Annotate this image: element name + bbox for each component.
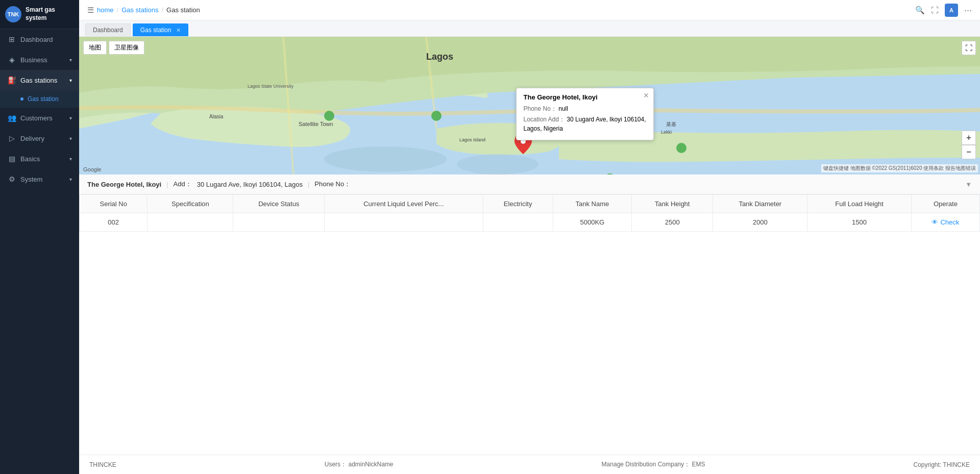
station-expand-btn[interactable]: ▼	[965, 181, 972, 188]
footer-manage-value: EMS	[692, 461, 705, 468]
breadcrumb-home[interactable]: home	[97, 6, 114, 14]
expand-icon[interactable]: ⋯	[964, 6, 972, 15]
cell-full-load-height: 1500	[807, 213, 912, 232]
footer-users: Users： adminNickName	[325, 460, 394, 469]
station-sep1: |	[166, 181, 168, 188]
svg-text:Lagos: Lagos	[426, 52, 453, 62]
basics-icon: ▤	[7, 155, 16, 163]
svg-point-15	[676, 143, 687, 153]
col-device-status: Device Status	[233, 195, 325, 213]
station-phone-label: Phone No：	[314, 180, 351, 189]
breadcrumb-gas-stations[interactable]: Gas stations	[121, 6, 158, 14]
svg-text:菜基: 菜基	[666, 121, 676, 127]
sidebar-item-system[interactable]: ⚙ System ▾	[0, 169, 79, 189]
svg-point-13	[324, 111, 334, 121]
map-type-map-btn[interactable]: 地图	[83, 41, 107, 55]
cell-specification	[148, 213, 233, 232]
customers-arrow: ▾	[69, 115, 72, 121]
popup-close-btn[interactable]: ✕	[643, 91, 649, 99]
tabs-bar: Dashboard Gas station ✕	[79, 20, 980, 37]
sidebar-label-system: System	[20, 176, 42, 183]
basics-arrow: ▾	[69, 156, 72, 162]
breadcrumb-current: Gas station	[166, 6, 200, 14]
customers-icon: 👥	[7, 114, 16, 122]
tab-close-icon[interactable]: ✕	[176, 27, 181, 33]
table-header-row: Serial No Specification Device Status Cu…	[80, 195, 980, 213]
col-serial-no: Serial No	[80, 195, 148, 213]
gas-station-dot	[20, 97, 23, 101]
tab-dashboard-label: Dashboard	[93, 27, 123, 34]
search-icon[interactable]: 🔍	[915, 6, 925, 15]
topbar-actions: 🔍 ⛶ A ⋯	[915, 4, 972, 17]
delivery-arrow: ▾	[69, 136, 72, 141]
gas-stations-arrow: ▾	[69, 78, 72, 83]
sidebar-item-delivery[interactable]: ▷ Delivery ▾	[0, 128, 79, 148]
sidebar-item-customers[interactable]: 👥 Customers ▾	[0, 108, 79, 128]
fullscreen-icon[interactable]: ⛶	[931, 6, 939, 14]
system-icon: ⚙	[7, 175, 16, 183]
sidebar-label-basics: Basics	[20, 155, 40, 163]
popup-phone-label: Phone No：	[524, 105, 557, 112]
sidebar-item-dashboard[interactable]: ⊞ Dashboard	[0, 29, 79, 49]
cell-tank-diameter: 2000	[713, 213, 807, 232]
station-info-bar: The George Hotel, Ikoyi | Add： 30 Lugard…	[79, 174, 980, 194]
cell-liquid-level	[325, 213, 483, 232]
map-type-controls: 地图 卫星图像	[83, 41, 144, 55]
content-area: Lagos Satellite Town Alasia Lagos Island…	[79, 37, 980, 455]
sidebar-item-basics[interactable]: ▤ Basics ▾	[0, 148, 79, 169]
map-type-satellite-btn[interactable]: 卫星图像	[109, 41, 144, 55]
popup-phone-value: null	[558, 105, 568, 112]
sidebar-label-gas-stations: Gas stations	[20, 77, 57, 84]
map-container: Lagos Satellite Town Alasia Lagos Island…	[79, 37, 980, 174]
business-arrow: ▾	[69, 57, 72, 63]
map-zoom-controls: + −	[962, 131, 976, 159]
map-popup: The George Hotel, Ikoyi ✕ Phone No： null…	[516, 88, 654, 140]
footer: THINCKE Users： adminNickName Manage Dist…	[79, 455, 980, 474]
sidebar-item-gas-stations[interactable]: ⛽ Gas stations ▾	[0, 70, 79, 90]
sidebar-logo: TNK Smart gas system	[0, 0, 79, 29]
map-zoom-in-btn[interactable]: +	[962, 131, 976, 145]
sidebar-label-business: Business	[20, 56, 47, 64]
col-tank-height: Tank Height	[632, 195, 713, 213]
cell-device-status	[233, 213, 325, 232]
footer-users-value: adminNickName	[348, 461, 393, 468]
station-sep2: |	[308, 181, 309, 188]
breadcrumb: ☰ home / Gas stations / Gas station	[87, 6, 200, 15]
main-content: ☰ home / Gas stations / Gas station 🔍 ⛶ …	[79, 0, 980, 474]
logo-icon: TNK	[5, 6, 21, 22]
popup-phone: Phone No： null	[524, 104, 646, 113]
tab-gas-station[interactable]: Gas station ✕	[133, 23, 188, 36]
popup-location: Location Add： 30 Lugard Ave, Ikoyi 10610…	[524, 115, 646, 133]
popup-location-label: Location Add：	[524, 116, 565, 123]
sidebar-item-business[interactable]: ◈ Business ▾	[0, 49, 79, 70]
col-tank-name: Tank Name	[553, 195, 631, 213]
tab-dashboard[interactable]: Dashboard	[85, 23, 131, 36]
footer-manage: Manage Distribution Company： EMS	[602, 460, 705, 469]
app-name: Smart gas system	[26, 6, 74, 22]
menu-toggle-icon[interactable]: ☰	[87, 6, 94, 15]
sidebar-item-gas-station[interactable]: Gas station	[0, 90, 79, 108]
svg-text:Lagos Island: Lagos Island	[459, 137, 485, 142]
svg-point-1	[324, 146, 447, 172]
gas-stations-icon: ⛽	[7, 76, 16, 84]
topbar: ☰ home / Gas stations / Gas station 🔍 ⛶ …	[79, 0, 980, 20]
eye-icon: 👁	[932, 218, 938, 226]
map-fullscreen-btn[interactable]: ⛶	[962, 41, 976, 55]
svg-text:Lagos State University: Lagos State University	[248, 84, 294, 89]
breadcrumb-sep1: /	[117, 6, 119, 14]
map-zoom-out-btn[interactable]: −	[962, 145, 976, 159]
footer-company: THINCKE	[89, 461, 116, 468]
svg-point-2	[457, 154, 538, 174]
system-arrow: ▾	[69, 177, 72, 182]
avatar[interactable]: A	[945, 4, 958, 17]
col-liquid-level: Current Liquid Level Perc...	[325, 195, 483, 213]
dashboard-icon: ⊞	[7, 35, 16, 43]
cell-operate: 👁 Check	[911, 213, 979, 232]
devices-table: Serial No Specification Device Status Cu…	[79, 194, 980, 232]
check-link[interactable]: 👁 Check	[918, 218, 973, 226]
cell-electricity	[483, 213, 553, 232]
cell-tank-name: 5000KG	[553, 213, 631, 232]
col-tank-diameter: Tank Diameter	[713, 195, 807, 213]
footer-copyright: Copyright: THINCKE	[914, 461, 970, 468]
footer-users-label: Users：	[325, 461, 347, 468]
